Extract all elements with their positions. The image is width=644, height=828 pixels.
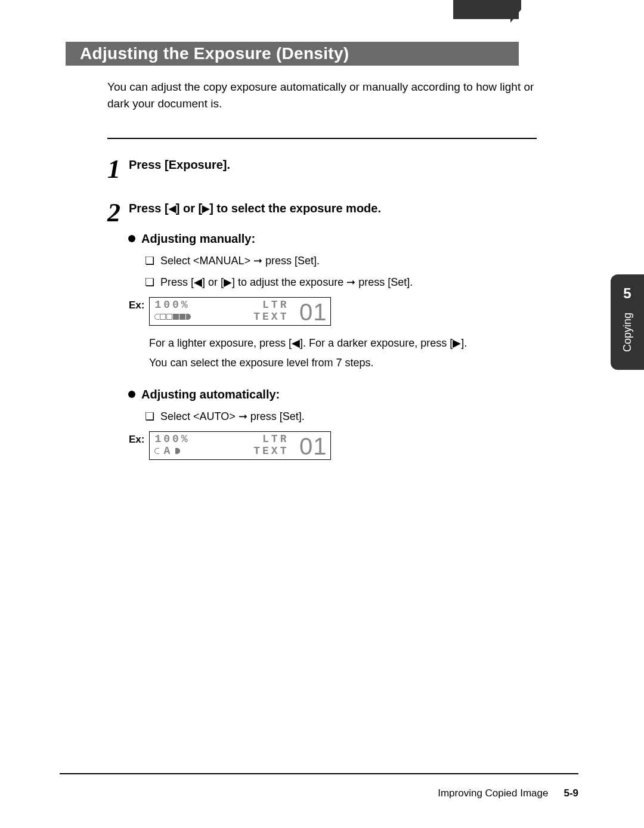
bullet-dot-icon xyxy=(128,391,135,398)
step-number: 2 xyxy=(107,204,120,223)
lcd-display: 100% LTR A TEXT 01 xyxy=(149,431,331,460)
text: press [Set]. xyxy=(355,276,413,288)
manual-tip-2: You can select the exposure level from 7… xyxy=(149,355,519,371)
step2-text-post: ] to select the exposure mode. xyxy=(209,202,381,215)
text: ] or [ xyxy=(202,276,224,288)
right-triangle-icon: ▶ xyxy=(453,337,461,349)
right-triangle-icon: ▶ xyxy=(224,276,232,288)
lcd-zoom: 100% xyxy=(154,433,190,445)
chapter-label: Copying xyxy=(621,313,634,352)
text: Select <AUTO> xyxy=(160,410,239,422)
left-triangle-icon: ◀ xyxy=(169,203,176,214)
text: ]. xyxy=(461,337,467,349)
text: ]. For a darker exposure, press [ xyxy=(300,337,453,349)
right-triangle-icon: ▶ xyxy=(202,203,209,214)
footer-section-name: Improving Copied Image xyxy=(438,787,548,799)
footer-page-number: 5-9 xyxy=(564,787,578,799)
manual-heading: Adjusting manually: xyxy=(141,232,255,246)
chapter-tab: 5 Copying xyxy=(611,274,644,370)
text: press [Set]. xyxy=(262,255,320,267)
right-arrow-icon: ➞ xyxy=(253,255,262,267)
lcd-example-manual: Ex: 100% LTR TEXT 01 xyxy=(129,297,596,326)
horizontal-rule xyxy=(107,138,537,139)
banner-arrow-body xyxy=(453,0,519,19)
text: ] to adjust the exposure xyxy=(232,276,346,288)
lcd-mode: TEXT xyxy=(253,445,289,457)
exposure-slider-auto: A xyxy=(154,445,180,457)
text: For a lighter exposure, press [ xyxy=(149,337,292,349)
lcd-example-auto: Ex: 100% LTR A TEXT 01 xyxy=(129,431,596,460)
lcd-paper: LTR xyxy=(262,433,289,445)
text: Select <MANUAL> xyxy=(160,255,253,267)
right-arrow-icon: ➞ xyxy=(239,410,247,422)
auto-line-1: ❏ Select <AUTO> ➞ press [Set]. xyxy=(145,410,596,423)
checkbox-bullet-icon: ❏ xyxy=(145,410,154,423)
lcd-mode: TEXT xyxy=(253,311,289,323)
lcd-display: 100% LTR TEXT 01 xyxy=(149,297,331,326)
step-title: Press [◀] or [▶] to select the exposure … xyxy=(129,202,381,215)
step-1: 1 Press [Exposure]. xyxy=(107,156,596,179)
exposure-slider xyxy=(154,311,191,323)
manual-tip-1: For a lighter exposure, press [◀]. For a… xyxy=(149,335,519,351)
lcd-zoom: 100% xyxy=(154,299,190,311)
auto-heading: Adjusting automatically: xyxy=(141,388,280,401)
section-title: Adjusting the Exposure (Density) xyxy=(80,44,349,63)
step2-text-pre: Press [ xyxy=(129,202,169,215)
lcd-copies: 01 xyxy=(299,298,327,326)
example-label: Ex: xyxy=(129,299,144,311)
checkbox-bullet-icon: ❏ xyxy=(145,254,154,267)
right-arrow-icon: ➞ xyxy=(346,276,355,288)
section-banner: Adjusting the Exposure (Density) xyxy=(66,42,519,66)
lcd-auto-indicator: A xyxy=(163,445,171,457)
left-triangle-icon: ◀ xyxy=(292,337,300,349)
banner-arrow-head xyxy=(510,0,521,23)
manual-line-1: ❏ Select <MANUAL> ➞ press [Set]. xyxy=(145,254,596,267)
page-footer: Improving Copied Image 5-9 xyxy=(60,773,578,799)
bullet-dot-icon xyxy=(128,235,135,242)
checkbox-bullet-icon: ❏ xyxy=(145,276,154,289)
lcd-copies: 01 xyxy=(299,432,327,461)
left-triangle-icon: ◀ xyxy=(194,276,202,288)
lcd-paper: LTR xyxy=(262,299,289,311)
step-title: Press [Exposure]. xyxy=(129,158,230,172)
text: Press [ xyxy=(160,276,194,288)
manual-section: Adjusting manually: ❏ Select <MANUAL> ➞ … xyxy=(128,232,596,289)
chapter-number: 5 xyxy=(623,285,631,302)
auto-section: Adjusting automatically: ❏ Select <AUTO>… xyxy=(128,388,596,423)
text: press [Set]. xyxy=(247,410,305,422)
footer-rule xyxy=(60,773,578,774)
step-number: 1 xyxy=(107,160,120,179)
intro-paragraph: You can adjust the copy exposure automat… xyxy=(107,79,537,112)
step-2: 2 Press [◀] or [▶] to select the exposur… xyxy=(107,199,596,223)
example-label: Ex: xyxy=(129,434,144,446)
manual-line-2: ❏ Press [◀] or [▶] to adjust the exposur… xyxy=(145,276,596,289)
step2-text-mid: ] or [ xyxy=(176,202,202,215)
